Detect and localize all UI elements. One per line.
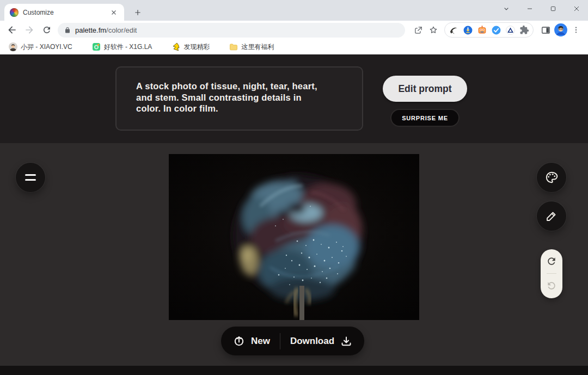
window-close-button[interactable] xyxy=(565,0,588,17)
bookmark-welfare[interactable]: 这里有福利 xyxy=(227,41,276,53)
editor-canvas: New Download xyxy=(0,143,588,366)
bottom-action-bar: New Download xyxy=(221,327,364,355)
bookmark-label: 小羿 - XIAOYI.VC xyxy=(21,42,72,52)
palette-icon xyxy=(544,170,559,185)
history-controls xyxy=(541,249,562,298)
extensions-puzzle-icon[interactable] xyxy=(517,23,531,37)
profile-avatar[interactable] xyxy=(553,22,568,38)
prompt-box[interactable]: A stock photo of tissue, night, tear, he… xyxy=(115,66,363,131)
generated-image xyxy=(169,154,419,320)
umbrella-extension-icon[interactable] xyxy=(446,23,461,37)
tab-title: Customize xyxy=(23,9,105,16)
bookmark-x1g[interactable]: 好软件 - X1G.LA xyxy=(90,41,155,53)
download-label: Download xyxy=(290,336,334,347)
prompt-text-line: and stem. Small contrasting details in xyxy=(136,92,362,103)
url-path: /color/edit xyxy=(106,26,137,34)
bookmark-label: 发现精彩 xyxy=(183,42,210,52)
browser-toolbar: palette.fm/color/edit xyxy=(0,21,588,39)
lock-icon xyxy=(64,27,71,34)
green-app-icon xyxy=(92,42,101,51)
reload-button[interactable] xyxy=(38,21,56,39)
window-maximize-button[interactable] xyxy=(541,0,565,17)
rose-photo xyxy=(169,154,419,320)
download-icon xyxy=(340,335,353,348)
bookmark-label: 好软件 - X1G.LA xyxy=(104,42,152,52)
bookmark-xiaoyi[interactable]: 小羿 - XIAOYI.VC xyxy=(7,41,75,53)
prompt-header: A stock photo of tissue, night, tear, he… xyxy=(0,54,588,143)
yellow-folder-icon xyxy=(229,42,238,51)
download-manager-extension-icon[interactable] xyxy=(461,23,475,37)
bookmark-label: 这里有福利 xyxy=(241,42,274,52)
robot-extension-icon[interactable] xyxy=(475,23,489,37)
triangle-extension-icon[interactable] xyxy=(503,23,517,37)
edit-prompt-button[interactable]: Edit prompt xyxy=(383,76,467,102)
tab-close-icon[interactable] xyxy=(109,8,119,17)
address-bar[interactable]: palette.fm/color/edit xyxy=(58,23,405,38)
bookmark-star-icon[interactable] xyxy=(426,22,441,38)
browser-menu-icon[interactable] xyxy=(568,22,584,38)
person-avatar-icon xyxy=(9,42,17,51)
new-tab-button[interactable] xyxy=(131,5,145,20)
side-panel-icon[interactable] xyxy=(538,22,553,38)
new-label: New xyxy=(251,336,270,347)
prompt-text-line: color. In color film. xyxy=(136,103,362,114)
url-text: palette.fm/color/edit xyxy=(75,26,137,34)
back-button[interactable] xyxy=(3,21,21,39)
checkmark-ball-extension-icon[interactable] xyxy=(489,23,503,37)
window-chevron-icon[interactable] xyxy=(494,0,518,17)
palette-tool-button[interactable] xyxy=(537,163,566,192)
prompt-text-line: A stock photo of tissue, night, tear, he… xyxy=(136,81,362,92)
bottom-strip xyxy=(0,366,588,375)
surprise-me-button[interactable]: SURPRISE ME xyxy=(390,109,460,127)
bookmarks-bar: 小羿 - XIAOYI.VC 好软件 - X1G.LA 发现精彩 这里有福利 xyxy=(0,39,588,54)
bookmark-discover[interactable]: 发现精彩 xyxy=(169,41,212,53)
browser-window: Customize xyxy=(0,0,588,375)
palette-favicon-icon xyxy=(10,8,19,17)
forward-button[interactable] xyxy=(21,21,38,39)
share-icon[interactable] xyxy=(411,22,426,38)
pinned-extensions xyxy=(444,22,534,38)
pencil-icon xyxy=(545,210,558,223)
new-upload-icon xyxy=(232,335,246,348)
redo-button[interactable] xyxy=(541,249,562,273)
yellow-lightning-icon xyxy=(171,42,180,51)
new-button[interactable]: New xyxy=(223,327,280,355)
tab-customize[interactable]: Customize xyxy=(4,4,124,21)
undo-icon xyxy=(546,280,557,291)
edit-tool-button[interactable] xyxy=(537,201,566,231)
menu-button[interactable] xyxy=(16,163,45,192)
redo-icon xyxy=(546,256,557,267)
download-button[interactable]: Download xyxy=(280,327,363,355)
url-host: palette.fm xyxy=(75,26,106,34)
window-controls xyxy=(494,0,588,19)
hamburger-icon xyxy=(25,174,36,176)
undo-button[interactable] xyxy=(541,274,562,298)
tab-strip: Customize xyxy=(0,0,588,21)
window-minimize-button[interactable] xyxy=(518,0,541,17)
